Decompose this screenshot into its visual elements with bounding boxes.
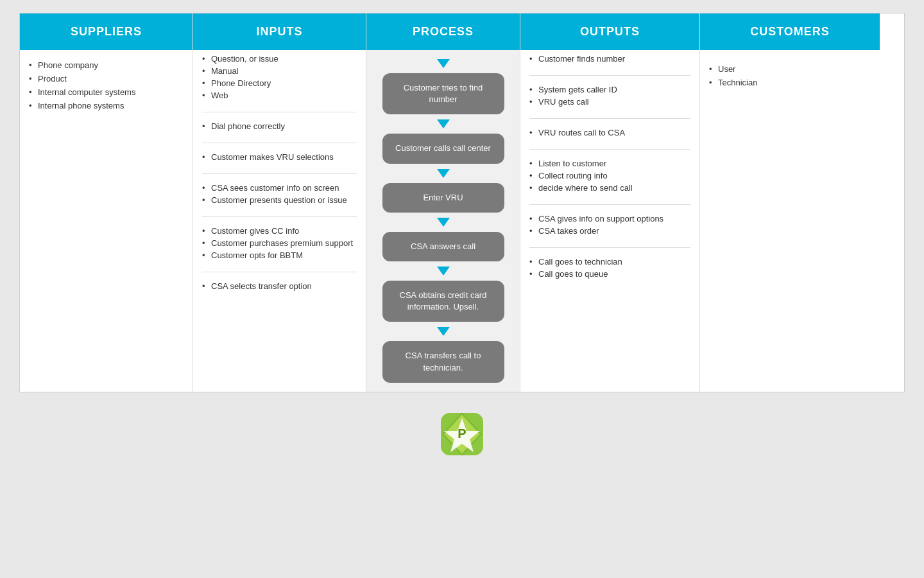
input-group-5: Customer gives CC info Customer purchase… <box>202 217 357 272</box>
list-item: Customer makes VRU selections <box>202 152 357 162</box>
arrow-icon <box>437 59 450 68</box>
list-item: VRU gets call <box>529 97 690 107</box>
list-item: Call goes to queue <box>529 269 690 279</box>
process-column: PROCESS Customer tries to find number Cu… <box>366 13 520 392</box>
list-item: Customer opts for BBTM <box>202 250 357 260</box>
output-group-5: CSA gives info on support options CSA ta… <box>529 205 690 248</box>
list-item: Manual <box>202 66 357 76</box>
list-item: Dial phone correctly <box>202 121 357 131</box>
list-item: Phone Directory <box>202 78 357 88</box>
list-item: Internal computer systems <box>29 87 184 97</box>
process-step-1: Customer tries to find number <box>382 73 504 114</box>
process-step-6: CSA transfers call to technician. <box>382 341 504 382</box>
arrow-icon <box>437 119 450 128</box>
list-item: Product <box>29 74 184 83</box>
process-step-4: CSA answers call <box>382 232 504 261</box>
inputs-column: INPUTS Question, or issue Manual Phone D… <box>193 13 366 392</box>
list-item: User <box>709 64 871 74</box>
output-group-2: System gets caller ID VRU gets call <box>529 76 690 119</box>
svg-text:P: P <box>458 426 466 441</box>
app-logo: P <box>440 412 484 457</box>
list-item: CSA selects transfer option <box>202 281 357 291</box>
logo-area: P <box>440 412 484 457</box>
arrow-icon <box>437 169 450 178</box>
customers-body: User Technician <box>700 50 880 392</box>
list-item: Phone company <box>29 60 184 70</box>
suppliers-body: Phone company Product Internal computer … <box>20 50 193 392</box>
list-item: Customer gives CC info <box>202 226 357 236</box>
input-group-4: CSA sees customer info on screen Custome… <box>202 174 357 217</box>
output-group-6: Call goes to technician Call goes to que… <box>529 248 690 290</box>
output-group-4: Listen to customer Collect routing info … <box>529 150 690 205</box>
list-item: CSA takes order <box>529 226 690 236</box>
input-group-6: CSA selects transfer option <box>202 272 357 302</box>
outputs-header: OUTPUTS <box>520 13 699 50</box>
customers-header: CUSTOMERS <box>700 13 880 50</box>
process-step-3: Enter VRU <box>382 183 504 213</box>
list-item: Question, or issue <box>202 54 357 64</box>
customers-list: User Technician <box>709 60 871 87</box>
suppliers-column: SUPPLIERS Phone company Product Internal… <box>20 13 193 392</box>
list-item: Technician <box>709 78 871 87</box>
list-item: VRU routes call to CSA <box>529 128 690 137</box>
suppliers-list: Phone company Product Internal computer … <box>29 60 184 110</box>
customers-column: CUSTOMERS User Technician <box>700 13 880 392</box>
inputs-body: Question, or issue Manual Phone Director… <box>193 50 366 392</box>
input-group-1: Question, or issue Manual Phone Director… <box>202 50 357 112</box>
process-step-2: Customer calls call center <box>382 134 504 163</box>
list-item: Web <box>202 91 357 100</box>
list-item: decide where to send call <box>529 183 690 193</box>
list-item: Customer presents question or issue <box>202 195 357 205</box>
inputs-header: INPUTS <box>193 13 366 50</box>
input-group-3: Customer makes VRU selections <box>202 143 357 174</box>
arrow-icon <box>437 267 450 276</box>
suppliers-header: SUPPLIERS <box>20 13 193 50</box>
output-group-3: VRU routes call to CSA <box>529 119 690 150</box>
arrow-icon <box>437 327 450 336</box>
output-group-1: Customer finds number <box>529 50 690 76</box>
input-group-2: Dial phone correctly <box>202 112 357 143</box>
list-item: CSA gives info on support options <box>529 214 690 223</box>
outputs-column: OUTPUTS Customer finds number System get… <box>520 13 700 392</box>
list-item: CSA sees customer info on screen <box>202 183 357 193</box>
outputs-body: Customer finds number System gets caller… <box>520 50 699 392</box>
process-step-5: CSA obtains credit card information. Ups… <box>382 281 504 322</box>
arrow-icon <box>437 218 450 227</box>
list-item: Call goes to technician <box>529 257 690 267</box>
process-body: Customer tries to find number Customer c… <box>366 50 520 392</box>
list-item: Customer finds number <box>529 54 690 64</box>
list-item: Customer purchases premium support <box>202 238 357 248</box>
process-header: PROCESS <box>366 13 520 50</box>
list-item: Internal phone systems <box>29 101 184 110</box>
sipoc-diagram: SUPPLIERS Phone company Product Internal… <box>19 13 905 392</box>
list-item: System gets caller ID <box>529 85 690 94</box>
list-item: Listen to customer <box>529 159 690 168</box>
list-item: Collect routing info <box>529 171 690 180</box>
